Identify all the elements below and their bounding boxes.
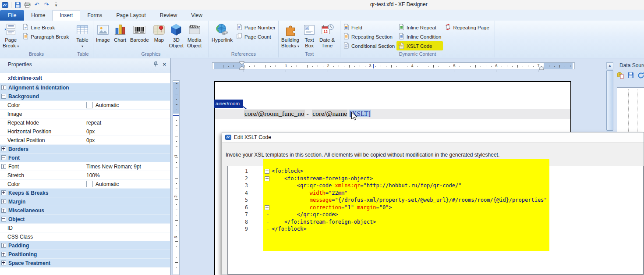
expand-icon[interactable] (1, 199, 6, 204)
button-map[interactable]: Map (151, 21, 167, 43)
print-icon[interactable] (23, 1, 31, 9)
section-borders[interactable]: Borders (0, 145, 170, 154)
collapse-icon[interactable] (1, 217, 6, 221)
tab-insert[interactable]: Insert (52, 10, 80, 21)
color-swatch[interactable] (86, 102, 93, 108)
section-font[interactable]: Font (0, 154, 170, 162)
button-3d-object[interactable]: 3DObject (167, 21, 185, 49)
ruler-tick (176, 89, 177, 89)
expand-icon[interactable] (1, 85, 6, 90)
button-building-blocks[interactable]: BuildingBlocks ▾ (280, 21, 301, 49)
threed-object-icon (170, 22, 183, 37)
section-alignment-indentation[interactable]: Alignment & Indentation (0, 83, 170, 92)
button-page-count[interactable]: Page Count (234, 32, 277, 41)
field-room-func-no[interactable]: core/@room_func_no (244, 110, 305, 117)
expand-icon[interactable] (1, 164, 6, 169)
ruler-tick (486, 65, 486, 67)
expand-icon[interactable] (1, 243, 6, 248)
fold-collapse-icon[interactable] (264, 175, 270, 182)
button-inline-condition[interactable]: Inline Condition (396, 32, 443, 41)
fold-collapse-icon[interactable] (264, 168, 270, 175)
code-editor[interactable]: 1<fo:block>2 <fo:instream-foreign-object… (227, 166, 644, 275)
save-icon[interactable] (627, 72, 634, 81)
button-xslt-code[interactable]: XSLT Code (396, 41, 443, 50)
ruler-tick (175, 157, 178, 157)
fold-guide (264, 218, 270, 226)
property-label: Object (8, 216, 25, 222)
ruler-tick (481, 66, 481, 67)
customize-icon[interactable]: ▾ (52, 1, 60, 9)
tab-file[interactable]: File (0, 10, 24, 21)
section-space-treatment[interactable]: Space Treatment (0, 259, 170, 268)
save-icon[interactable] (14, 1, 21, 9)
property-value[interactable]: 0px (86, 137, 95, 143)
button-chart[interactable]: Chart (112, 21, 128, 43)
ribbon-group-text: BuildingBlocks ▾ATextBox12Date &TimeText (279, 21, 340, 57)
button-repeating-page[interactable]: Repeating Page (443, 23, 491, 32)
button-page-break[interactable]: PageBreak ▾ (1, 21, 21, 49)
color-swatch[interactable] (86, 181, 93, 187)
expand-icon[interactable] (1, 146, 6, 151)
button-page-number[interactable]: #Page Number (234, 23, 277, 32)
button-conditional-section[interactable]: Conditional Section (341, 41, 396, 50)
button-repeating-section[interactable]: Repeating Section (341, 32, 396, 41)
button-date-time[interactable]: 12Date &Time (318, 21, 336, 49)
code-text: message="{/drofus-xml/property-set/@web_… (272, 196, 547, 204)
section-background[interactable]: Background (0, 92, 170, 101)
tab-page-layout[interactable]: Page Layout (109, 10, 152, 21)
tab-view[interactable]: View (184, 10, 209, 21)
collapse-icon[interactable] (1, 94, 6, 99)
button-table[interactable]: Table▾ (74, 21, 91, 49)
copy-data-icon[interactable] (617, 72, 624, 81)
pin-icon[interactable] (153, 61, 158, 68)
section-object[interactable]: Object (0, 215, 170, 224)
section-padding[interactable]: Padding (0, 241, 170, 250)
scroll-up-arrow-icon[interactable]: ▲ (606, 62, 613, 69)
property-value[interactable]: repeat (86, 120, 101, 126)
property-value[interactable]: 0px (86, 129, 95, 135)
right-margin-marker[interactable] (539, 66, 544, 70)
expand-icon[interactable] (1, 252, 6, 257)
property-value[interactable]: Automatic (86, 181, 119, 187)
code-line: 1<fo:block> (227, 168, 644, 175)
scrollbar-thumb[interactable] (606, 70, 613, 131)
dialog-title-bar: Edit XSLT Code (222, 132, 644, 143)
button-inline-repeat[interactable]: Inline Repeat (396, 23, 443, 32)
mouse-cursor (351, 112, 357, 121)
field-name[interactable]: core/@name (312, 110, 347, 117)
property-value[interactable]: 100% (86, 172, 100, 179)
redo-icon[interactable]: ↷ (42, 1, 50, 9)
left-margin-marker-bottom[interactable] (239, 66, 244, 70)
tab-forms[interactable]: Forms (80, 10, 109, 21)
section-keeps-breaks[interactable]: Keeps & Breaks (0, 189, 170, 197)
property-value[interactable]: Times New Roman; 9pt (86, 164, 141, 170)
tab-review[interactable]: Review (153, 10, 184, 21)
property-value[interactable]: Automatic (86, 102, 119, 108)
button-field[interactable]: Field (341, 23, 396, 32)
button-paragraph-break[interactable]: Paragraph Break (21, 32, 71, 41)
button-line-break[interactable]: Line Break (21, 23, 71, 32)
tab-home[interactable]: Home (24, 10, 52, 21)
section-margin[interactable]: Margin (0, 197, 170, 206)
expand-icon[interactable] (1, 190, 6, 195)
button-media-object[interactable]: MediaObject (185, 21, 203, 49)
edit-xslt-code-dialog[interactable]: Edit XSLT Code Invoke your XSL templates… (222, 132, 644, 275)
repeating-section-tag[interactable]: ainer/room (214, 100, 243, 108)
fold-collapse-icon[interactable] (264, 204, 270, 211)
fold-guide (264, 196, 270, 204)
left-margin-marker-top[interactable] (239, 61, 244, 65)
button-text-box[interactable]: ATextBox (301, 21, 318, 49)
button-image[interactable]: Image (94, 21, 112, 43)
undo-icon[interactable]: ↶ (33, 1, 41, 9)
expand-icon[interactable] (1, 261, 6, 265)
button-barcode[interactable]: Barcode (128, 21, 151, 43)
expand-icon[interactable] (1, 208, 6, 213)
code-line: 4 width="22mm" (227, 189, 644, 197)
section-positioning[interactable]: Positioning (0, 250, 170, 259)
close-icon[interactable]: × (163, 62, 166, 67)
button-hyperlink[interactable]: Hyperlink (210, 21, 234, 43)
section-miscellaneous[interactable]: Miscellaneous (0, 206, 170, 215)
collapse-icon[interactable] (1, 155, 6, 160)
refresh-icon[interactable] (637, 72, 644, 81)
app-icon[interactable] (1, 1, 9, 9)
